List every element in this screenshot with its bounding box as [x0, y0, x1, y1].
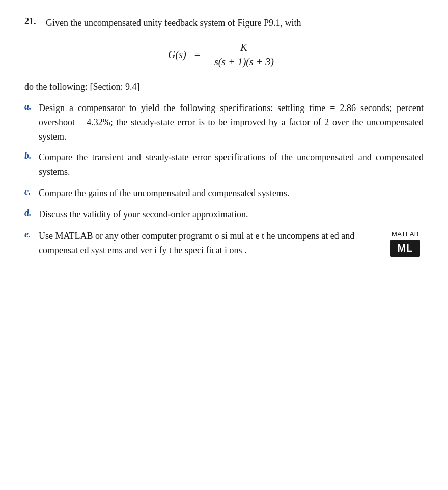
part-b-label: b. [24, 151, 39, 161]
parts-list: a. Design a compensator to yield the fol… [24, 101, 424, 258]
part-d-label: d. [24, 208, 39, 219]
part-e-text: Use MATLAB or any other computer program… [39, 229, 378, 258]
problem-header: 21. Given the uncompensated unity feedba… [24, 16, 424, 31]
formula-denominator: s(s + 1)(s + 3) [210, 55, 278, 68]
section-note: do the following: [Section: 9.4] [24, 80, 424, 94]
part-e-content: Use MATLAB or any other computer program… [39, 229, 424, 258]
formula-block: G(s) = K s(s + 1)(s + 3) [24, 42, 424, 68]
formula-fraction: K s(s + 1)(s + 3) [210, 42, 278, 68]
part-a: a. Design a compensator to yield the fol… [24, 101, 424, 144]
part-d: d. Discuss the validity of your second-o… [24, 208, 424, 222]
matlab-label: MATLAB [391, 230, 419, 238]
formula: G(s) = K s(s + 1)(s + 3) [168, 42, 280, 68]
formula-numerator: K [236, 42, 251, 55]
matlab-box: ML [390, 240, 421, 257]
problem-container: 21. Given the uncompensated unity feedba… [24, 16, 424, 258]
part-c-label: c. [24, 186, 39, 197]
part-c: c. Compare the gains of the uncompensate… [24, 186, 424, 201]
problem-intro: Given the uncompensated unity feedback s… [46, 16, 424, 31]
part-e-label: e. [24, 229, 39, 240]
part-a-text: Design a compensator to yield the follow… [39, 101, 424, 144]
matlab-badge-container: MATLAB ML [387, 229, 424, 257]
part-d-text: Discuss the validity of your second-orde… [39, 208, 424, 222]
part-e: e. Use MATLAB or any other computer prog… [24, 229, 424, 258]
part-a-label: a. [24, 101, 39, 112]
part-c-text: Compare the gains of the uncompensated a… [39, 186, 424, 201]
part-b-text: Compare the transient and steady-state e… [39, 151, 424, 179]
part-b: b. Compare the transient and steady-stat… [24, 151, 424, 179]
formula-equals: = [194, 49, 200, 61]
formula-lhs: G(s) [168, 49, 186, 61]
problem-number: 21. [24, 16, 46, 27]
